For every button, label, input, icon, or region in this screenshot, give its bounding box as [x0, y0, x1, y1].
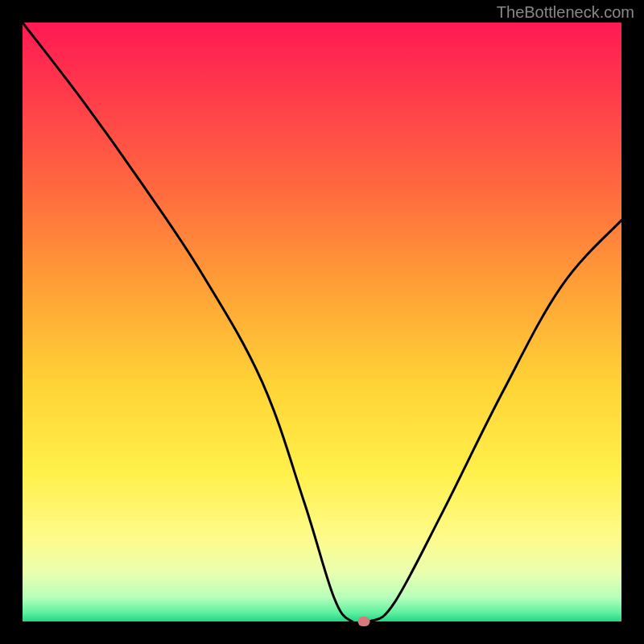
watermark-text: TheBottleneck.com: [497, 3, 634, 22]
optimal-point-marker: [358, 617, 370, 626]
plot-area: [23, 23, 621, 621]
bottleneck-curve: [23, 23, 621, 621]
chart-container: TheBottleneck.com: [0, 0, 644, 644]
